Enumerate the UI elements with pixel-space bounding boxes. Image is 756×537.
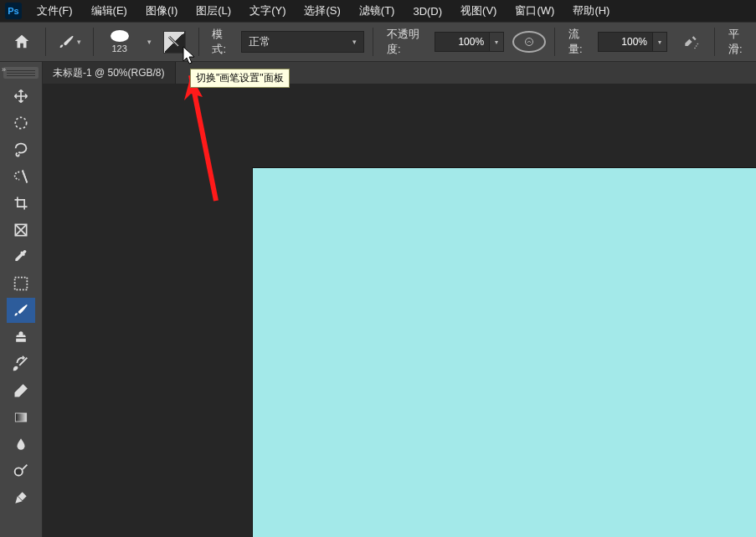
dodge-tool[interactable] [7, 458, 35, 483]
quick-selection-tool[interactable] [7, 164, 35, 189]
home-icon [13, 33, 31, 51]
menu-window[interactable]: 窗口(W) [512, 2, 558, 20]
svg-rect-7 [15, 413, 26, 422]
menu-bar: Ps 文件(F) 编辑(E) 图像(I) 图层(L) 文字(Y) 选择(S) 滤… [0, 0, 756, 22]
svg-point-1 [696, 45, 697, 47]
airbrush-icon [682, 33, 699, 50]
mode-value: 正常 [249, 34, 270, 49]
document-tab-row: 未标题-1 @ 50%(RGB/8) [43, 62, 756, 84]
mode-dropdown[interactable]: 正常 ▾ [241, 31, 364, 53]
menu-select[interactable]: 选择(S) [301, 2, 343, 20]
chevron-down-icon: ▾ [77, 38, 81, 46]
mode-label: 模式: [212, 27, 233, 57]
menu-file[interactable]: 文件(F) [33, 2, 76, 20]
app-root: Ps 文件(F) 编辑(E) 图像(I) 图层(L) 文字(Y) 选择(S) 滤… [0, 0, 756, 537]
spot-healing-tool[interactable] [7, 271, 35, 296]
eyedropper-tool[interactable] [7, 244, 35, 269]
separator [198, 28, 199, 56]
menu-filter[interactable]: 滤镜(T) [356, 2, 399, 20]
document-area: 未标题-1 @ 50%(RGB/8) [43, 62, 756, 537]
document-tab[interactable]: 未标题-1 @ 50%(RGB/8) [43, 62, 176, 84]
pressure-opacity-toggle[interactable] [512, 31, 546, 53]
opacity-stepper[interactable]: ▾ [489, 32, 504, 52]
svg-point-2 [697, 43, 699, 45]
clone-stamp-tool[interactable] [7, 325, 35, 350]
gradient-tool[interactable] [7, 405, 35, 430]
crop-tool[interactable] [7, 191, 35, 216]
tooltip: 切换"画笔设置"面板 [190, 69, 290, 88]
opacity-label: 不透明度: [387, 27, 426, 57]
tools-panel: » [0, 62, 43, 537]
menu-3d[interactable]: 3D(D) [409, 3, 445, 19]
pressure-icon [524, 37, 534, 47]
canvas[interactable] [252, 167, 756, 537]
tool-preset-picker[interactable]: ▾ [54, 30, 85, 54]
options-bar: ▾ 123 ▾ 模式: 正常 ▾ 不透明度: 100% ▾ 流量: [0, 22, 756, 62]
flow-field[interactable]: 100% [598, 32, 653, 52]
home-button[interactable] [7, 30, 37, 54]
separator [93, 28, 94, 56]
svg-point-4 [15, 117, 26, 128]
brush-icon [58, 33, 75, 51]
brush-preset-picker[interactable]: 123 [102, 30, 137, 54]
separator [373, 28, 373, 56]
blur-tool[interactable] [7, 432, 35, 457]
airbrush-toggle[interactable] [676, 33, 706, 51]
chevron-down-icon[interactable]: ▾ [147, 38, 152, 46]
separator [714, 28, 715, 56]
cursor-pointer-icon [183, 46, 198, 66]
ps-logo: Ps [5, 3, 22, 19]
menu-edit[interactable]: 编辑(E) [88, 2, 131, 20]
menu-type[interactable]: 文字(Y) [246, 2, 289, 20]
history-brush-tool[interactable] [7, 351, 35, 376]
brush-tool[interactable] [7, 298, 35, 323]
pen-tool[interactable] [7, 485, 35, 510]
menu-help[interactable]: 帮助(H) [569, 2, 613, 20]
separator [45, 28, 46, 56]
brush-preview-dot [111, 30, 129, 42]
marquee-tool[interactable] [7, 110, 35, 136]
svg-point-3 [694, 48, 696, 49]
lasso-tool[interactable] [7, 137, 35, 162]
workspace: » 未标题-1 @ 50%(RGB/8) [0, 62, 756, 537]
frame-tool[interactable] [7, 217, 35, 243]
menu-layer[interactable]: 图层(L) [193, 2, 234, 20]
opacity-field[interactable]: 100% [435, 32, 490, 52]
brush-size-label: 123 [111, 43, 126, 54]
eraser-tool[interactable] [7, 378, 35, 403]
chevron-down-icon: ▾ [352, 38, 357, 46]
menu-view[interactable]: 视图(V) [457, 2, 500, 20]
canvas-viewport[interactable] [43, 84, 756, 537]
menu-image[interactable]: 图像(I) [142, 2, 181, 20]
smoothing-label: 平滑: [728, 27, 749, 57]
separator [554, 28, 555, 56]
svg-point-8 [15, 468, 23, 475]
move-tool[interactable] [7, 84, 35, 109]
svg-rect-6 [15, 278, 28, 290]
flow-stepper[interactable]: ▾ [652, 32, 667, 52]
flow-label: 流量: [568, 27, 589, 57]
